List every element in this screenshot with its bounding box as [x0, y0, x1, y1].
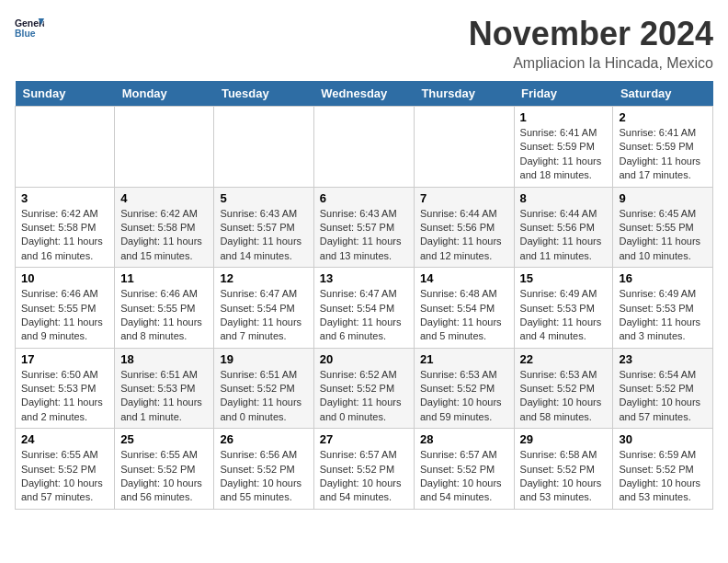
day-info: Sunrise: 6:52 AM Sunset: 5:52 PM Dayligh…	[320, 368, 408, 425]
day-number: 20	[320, 352, 408, 366]
calendar-table: SundayMondayTuesdayWednesdayThursdayFrid…	[15, 81, 713, 510]
calendar-cell	[214, 107, 313, 188]
day-number: 9	[619, 191, 707, 205]
calendar-cell: 7Sunrise: 6:44 AM Sunset: 5:56 PM Daylig…	[414, 187, 514, 268]
calendar-cell: 17Sunrise: 6:50 AM Sunset: 5:53 PM Dayli…	[16, 348, 115, 429]
day-number: 10	[21, 271, 108, 285]
day-number: 26	[220, 432, 307, 446]
calendar-cell: 26Sunrise: 6:56 AM Sunset: 5:52 PM Dayli…	[214, 429, 313, 510]
logo: General Blue	[15, 15, 44, 40]
day-info: Sunrise: 6:43 AM Sunset: 5:57 PM Dayligh…	[320, 207, 408, 264]
day-number: 3	[21, 191, 108, 205]
calendar-cell: 8Sunrise: 6:44 AM Sunset: 5:56 PM Daylig…	[514, 187, 613, 268]
calendar-cell: 2Sunrise: 6:41 AM Sunset: 5:59 PM Daylig…	[613, 107, 713, 188]
day-number: 23	[619, 352, 707, 366]
day-info: Sunrise: 6:45 AM Sunset: 5:55 PM Dayligh…	[619, 207, 707, 264]
calendar-cell: 28Sunrise: 6:57 AM Sunset: 5:52 PM Dayli…	[414, 429, 514, 510]
calendar-cell: 22Sunrise: 6:53 AM Sunset: 5:52 PM Dayli…	[514, 348, 613, 429]
day-info: Sunrise: 6:42 AM Sunset: 5:58 PM Dayligh…	[21, 207, 108, 264]
calendar-cell	[16, 107, 115, 188]
calendar-cell	[313, 107, 414, 188]
calendar-cell: 16Sunrise: 6:49 AM Sunset: 5:53 PM Dayli…	[613, 268, 713, 349]
day-info: Sunrise: 6:53 AM Sunset: 5:52 PM Dayligh…	[420, 368, 508, 425]
calendar-cell: 21Sunrise: 6:53 AM Sunset: 5:52 PM Dayli…	[414, 348, 514, 429]
day-number: 14	[420, 271, 508, 285]
page-header: General Blue November 2024 Ampliacion la…	[15, 15, 713, 72]
day-info: Sunrise: 6:55 AM Sunset: 5:52 PM Dayligh…	[21, 448, 108, 505]
day-info: Sunrise: 6:42 AM Sunset: 5:58 PM Dayligh…	[120, 207, 208, 264]
day-info: Sunrise: 6:53 AM Sunset: 5:52 PM Dayligh…	[520, 368, 608, 425]
day-number: 24	[21, 432, 108, 446]
day-number: 13	[320, 271, 408, 285]
calendar-cell: 25Sunrise: 6:55 AM Sunset: 5:52 PM Dayli…	[115, 429, 214, 510]
calendar-cell: 19Sunrise: 6:51 AM Sunset: 5:52 PM Dayli…	[214, 348, 313, 429]
day-number: 7	[420, 191, 508, 205]
calendar-week-row: 1Sunrise: 6:41 AM Sunset: 5:59 PM Daylig…	[16, 107, 713, 188]
day-number: 11	[120, 271, 208, 285]
day-number: 6	[320, 191, 408, 205]
day-info: Sunrise: 6:41 AM Sunset: 5:59 PM Dayligh…	[520, 126, 608, 183]
weekday-header-thursday: Thursday	[414, 81, 514, 107]
month-title: November 2024	[469, 15, 713, 53]
day-info: Sunrise: 6:47 AM Sunset: 5:54 PM Dayligh…	[220, 287, 307, 344]
day-info: Sunrise: 6:58 AM Sunset: 5:52 PM Dayligh…	[520, 448, 608, 505]
day-number: 25	[120, 432, 208, 446]
day-number: 2	[619, 110, 707, 124]
calendar-cell: 18Sunrise: 6:51 AM Sunset: 5:53 PM Dayli…	[115, 348, 214, 429]
weekday-header-saturday: Saturday	[613, 81, 713, 107]
day-info: Sunrise: 6:49 AM Sunset: 5:53 PM Dayligh…	[520, 287, 608, 344]
calendar-cell: 9Sunrise: 6:45 AM Sunset: 5:55 PM Daylig…	[613, 187, 713, 268]
day-info: Sunrise: 6:44 AM Sunset: 5:56 PM Dayligh…	[520, 207, 608, 264]
calendar-cell: 3Sunrise: 6:42 AM Sunset: 5:58 PM Daylig…	[16, 187, 115, 268]
day-number: 16	[619, 271, 707, 285]
day-number: 27	[320, 432, 408, 446]
day-info: Sunrise: 6:46 AM Sunset: 5:55 PM Dayligh…	[21, 287, 108, 344]
day-number: 1	[520, 110, 608, 124]
logo-icon: General Blue	[15, 15, 44, 40]
day-info: Sunrise: 6:51 AM Sunset: 5:52 PM Dayligh…	[220, 368, 307, 425]
weekday-header-monday: Monday	[115, 81, 214, 107]
calendar-cell: 10Sunrise: 6:46 AM Sunset: 5:55 PM Dayli…	[16, 268, 115, 349]
day-number: 28	[420, 432, 508, 446]
calendar-cell: 29Sunrise: 6:58 AM Sunset: 5:52 PM Dayli…	[514, 429, 613, 510]
weekday-header-friday: Friday	[514, 81, 613, 107]
calendar-cell: 11Sunrise: 6:46 AM Sunset: 5:55 PM Dayli…	[115, 268, 214, 349]
day-number: 29	[520, 432, 608, 446]
day-number: 8	[520, 191, 608, 205]
calendar-cell: 4Sunrise: 6:42 AM Sunset: 5:58 PM Daylig…	[115, 187, 214, 268]
day-info: Sunrise: 6:47 AM Sunset: 5:54 PM Dayligh…	[320, 287, 408, 344]
day-info: Sunrise: 6:55 AM Sunset: 5:52 PM Dayligh…	[120, 448, 208, 505]
day-info: Sunrise: 6:57 AM Sunset: 5:52 PM Dayligh…	[320, 448, 408, 505]
day-info: Sunrise: 6:48 AM Sunset: 5:54 PM Dayligh…	[420, 287, 508, 344]
calendar-cell: 1Sunrise: 6:41 AM Sunset: 5:59 PM Daylig…	[514, 107, 613, 188]
day-info: Sunrise: 6:57 AM Sunset: 5:52 PM Dayligh…	[420, 448, 508, 505]
weekday-header-wednesday: Wednesday	[313, 81, 414, 107]
day-number: 12	[220, 271, 307, 285]
calendar-cell	[414, 107, 514, 188]
calendar-cell: 14Sunrise: 6:48 AM Sunset: 5:54 PM Dayli…	[414, 268, 514, 349]
calendar-cell: 20Sunrise: 6:52 AM Sunset: 5:52 PM Dayli…	[313, 348, 414, 429]
calendar-cell: 30Sunrise: 6:59 AM Sunset: 5:52 PM Dayli…	[613, 429, 713, 510]
calendar-week-row: 3Sunrise: 6:42 AM Sunset: 5:58 PM Daylig…	[16, 187, 713, 268]
day-info: Sunrise: 6:46 AM Sunset: 5:55 PM Dayligh…	[120, 287, 208, 344]
day-number: 18	[120, 352, 208, 366]
calendar-cell: 12Sunrise: 6:47 AM Sunset: 5:54 PM Dayli…	[214, 268, 313, 349]
day-number: 4	[120, 191, 208, 205]
calendar-cell: 24Sunrise: 6:55 AM Sunset: 5:52 PM Dayli…	[16, 429, 115, 510]
day-info: Sunrise: 6:49 AM Sunset: 5:53 PM Dayligh…	[619, 287, 707, 344]
weekday-header-sunday: Sunday	[16, 81, 115, 107]
day-info: Sunrise: 6:50 AM Sunset: 5:53 PM Dayligh…	[21, 368, 108, 425]
calendar-cell: 15Sunrise: 6:49 AM Sunset: 5:53 PM Dayli…	[514, 268, 613, 349]
calendar-cell: 5Sunrise: 6:43 AM Sunset: 5:57 PM Daylig…	[214, 187, 313, 268]
day-info: Sunrise: 6:59 AM Sunset: 5:52 PM Dayligh…	[619, 448, 707, 505]
location-title: Ampliacion la Hincada, Mexico	[469, 55, 713, 72]
weekday-header-tuesday: Tuesday	[214, 81, 313, 107]
day-number: 15	[520, 271, 608, 285]
day-info: Sunrise: 6:56 AM Sunset: 5:52 PM Dayligh…	[220, 448, 307, 505]
day-info: Sunrise: 6:41 AM Sunset: 5:59 PM Dayligh…	[619, 126, 707, 183]
calendar-cell: 27Sunrise: 6:57 AM Sunset: 5:52 PM Dayli…	[313, 429, 414, 510]
day-info: Sunrise: 6:51 AM Sunset: 5:53 PM Dayligh…	[120, 368, 208, 425]
calendar-cell	[115, 107, 214, 188]
day-number: 19	[220, 352, 307, 366]
day-info: Sunrise: 6:44 AM Sunset: 5:56 PM Dayligh…	[420, 207, 508, 264]
